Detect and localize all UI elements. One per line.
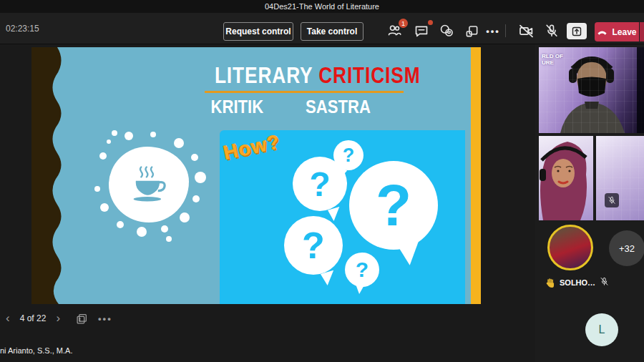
request-control-button[interactable]: Request control — [223, 22, 293, 41]
take-control-button[interactable]: Take control — [301, 22, 364, 41]
presenter-caption: ni Arianto, S.S., M.A. — [0, 346, 73, 355]
share-icon — [571, 26, 582, 37]
tile-mic-status — [605, 193, 619, 207]
reactions-icon — [439, 24, 454, 38]
slide-title-word2: CRITICISM — [318, 63, 420, 88]
previous-slide-button[interactable]: ‹ — [0, 311, 16, 326]
participant-overflow-tile: SOLHO… +32 — [539, 223, 644, 294]
mic-off-icon — [545, 24, 559, 38]
video-tile-presenter[interactable]: RLD OF URE — [539, 47, 644, 133]
meeting-title: 04Des21-The World of Literature — [265, 2, 379, 11]
background-overlay-text: RLD OF URE — [542, 53, 563, 66]
camera-toggle-button[interactable] — [517, 21, 535, 40]
slide-title: LITERARY CRITICISM — [215, 63, 392, 89]
chat-icon — [414, 24, 429, 38]
meeting-timer: 02:23:15 — [6, 24, 39, 34]
window-title-bar: 04Des21-The World of Literature — [0, 0, 644, 13]
slide-subtitle-word1: KRITIK — [211, 96, 264, 118]
slides-thumbnails-icon — [76, 313, 88, 325]
question-bubble-large: ? — [349, 161, 438, 250]
slide-page-indicator: 4 of 22 — [16, 313, 51, 323]
coffee-cup-icon — [126, 165, 172, 205]
chat-button[interactable] — [412, 21, 431, 40]
overflow-count-bubble[interactable]: +32 — [609, 230, 644, 266]
question-bubble-medium-left: ? — [293, 157, 347, 211]
video-tile-background-only[interactable] — [596, 136, 644, 220]
leave-label: Leave — [612, 27, 636, 37]
raised-hand-icon — [546, 278, 555, 288]
toolbar-divider — [505, 24, 506, 37]
camera-off-icon — [519, 24, 534, 39]
more-icon: ••• — [486, 26, 500, 36]
thumbnail-view-button[interactable] — [76, 313, 88, 325]
question-bubble-small-bottom: ? — [345, 253, 379, 287]
more-options-button[interactable]: ••• — [484, 21, 502, 40]
question-bubble-medium-bottom: ? — [284, 216, 343, 275]
presentation-slide: LITERARY CRITICISM KRITIK SASTRA — [31, 47, 481, 304]
mic-off-icon — [608, 196, 616, 205]
slide-title-word1: LITERARY — [215, 63, 313, 88]
shared-content-stage: LITERARY CRITICISM KRITIK SASTRA — [0, 44, 535, 362]
mic-off-icon — [600, 277, 609, 286]
chat-notification-dot — [428, 20, 433, 25]
slide-navigation: ‹ 4 of 22 › ••• — [0, 309, 112, 328]
participants-button[interactable]: 1 — [385, 21, 404, 40]
mic-toggle-button[interactable] — [542, 21, 561, 40]
participant-status-row: SOLHO… — [546, 276, 609, 289]
virtual-background-pattern — [596, 136, 644, 220]
hijab-woman-figure — [539, 136, 593, 220]
video-tile-hijab-woman[interactable] — [539, 136, 593, 220]
participants-badge: 1 — [399, 19, 408, 28]
yellow-accent-strip — [471, 47, 481, 304]
hangup-icon — [597, 26, 608, 37]
slide-subtitle-word2: SASTRA — [306, 96, 371, 118]
share-button[interactable] — [567, 23, 587, 39]
breakout-rooms-button[interactable] — [462, 21, 481, 40]
tile-dark-edge — [637, 47, 644, 133]
leave-options-caret[interactable] — [640, 22, 644, 41]
title-underline — [205, 91, 404, 93]
participant-name: SOLHO… — [560, 278, 595, 287]
leave-button[interactable]: Leave — [595, 22, 639, 41]
teams-meeting-window: 04Des21-The World of Literature 02:23:15… — [0, 0, 644, 362]
next-slide-button[interactable]: › — [50, 311, 66, 326]
meeting-toolbar: 02:23:15 Request control Take control 1 — [0, 13, 644, 44]
slide-more-options-button[interactable]: ••• — [98, 313, 112, 324]
breakout-rooms-icon — [465, 24, 479, 38]
reactions-button[interactable] — [437, 21, 456, 40]
brown-wave-band — [31, 47, 69, 304]
self-avatar[interactable]: L — [585, 313, 618, 346]
slide-subtitle: KRITIK SASTRA — [203, 96, 405, 118]
participant-mic-status — [600, 276, 609, 289]
coffee-splash — [109, 147, 189, 222]
active-speaker-avatar[interactable] — [547, 225, 593, 270]
